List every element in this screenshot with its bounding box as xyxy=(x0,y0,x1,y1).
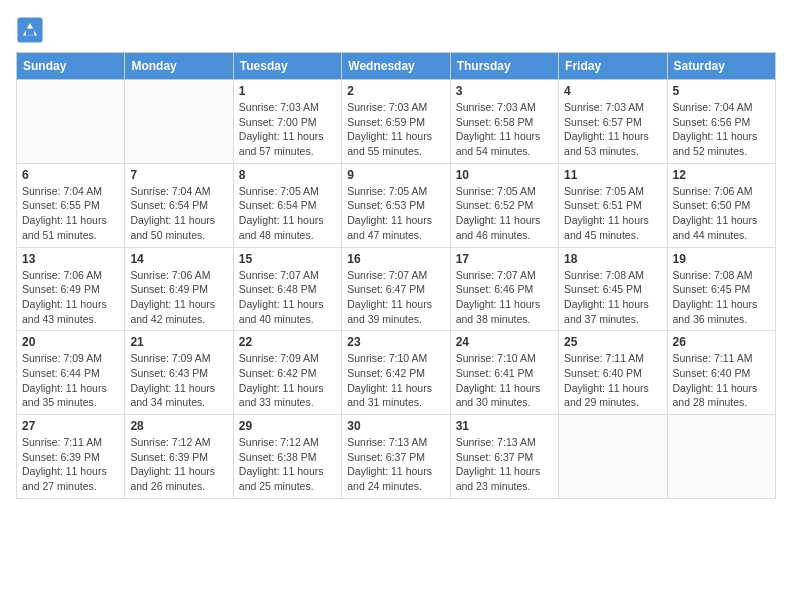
day-number: 9 xyxy=(347,168,444,182)
calendar-header-thursday: Thursday xyxy=(450,53,558,80)
day-number: 26 xyxy=(673,335,770,349)
day-info: Sunrise: 7:03 AMSunset: 6:59 PMDaylight:… xyxy=(347,100,444,159)
day-info: Sunrise: 7:03 AMSunset: 6:58 PMDaylight:… xyxy=(456,100,553,159)
day-info: Sunrise: 7:05 AMSunset: 6:51 PMDaylight:… xyxy=(564,184,661,243)
calendar-cell: 21Sunrise: 7:09 AMSunset: 6:43 PMDayligh… xyxy=(125,331,233,415)
calendar-cell: 3Sunrise: 7:03 AMSunset: 6:58 PMDaylight… xyxy=(450,80,558,164)
day-info: Sunrise: 7:11 AMSunset: 6:39 PMDaylight:… xyxy=(22,435,119,494)
calendar-cell: 2Sunrise: 7:03 AMSunset: 6:59 PMDaylight… xyxy=(342,80,450,164)
calendar-cell: 25Sunrise: 7:11 AMSunset: 6:40 PMDayligh… xyxy=(559,331,667,415)
calendar-cell: 11Sunrise: 7:05 AMSunset: 6:51 PMDayligh… xyxy=(559,163,667,247)
calendar-cell: 1Sunrise: 7:03 AMSunset: 7:00 PMDaylight… xyxy=(233,80,341,164)
day-number: 13 xyxy=(22,252,119,266)
calendar-cell: 28Sunrise: 7:12 AMSunset: 6:39 PMDayligh… xyxy=(125,415,233,499)
calendar-week-5: 27Sunrise: 7:11 AMSunset: 6:39 PMDayligh… xyxy=(17,415,776,499)
day-number: 27 xyxy=(22,419,119,433)
day-info: Sunrise: 7:08 AMSunset: 6:45 PMDaylight:… xyxy=(673,268,770,327)
day-info: Sunrise: 7:06 AMSunset: 6:49 PMDaylight:… xyxy=(22,268,119,327)
day-number: 25 xyxy=(564,335,661,349)
calendar-cell xyxy=(17,80,125,164)
day-info: Sunrise: 7:04 AMSunset: 6:56 PMDaylight:… xyxy=(673,100,770,159)
calendar-cell: 12Sunrise: 7:06 AMSunset: 6:50 PMDayligh… xyxy=(667,163,775,247)
day-number: 12 xyxy=(673,168,770,182)
day-info: Sunrise: 7:11 AMSunset: 6:40 PMDaylight:… xyxy=(673,351,770,410)
day-info: Sunrise: 7:05 AMSunset: 6:52 PMDaylight:… xyxy=(456,184,553,243)
day-number: 11 xyxy=(564,168,661,182)
calendar-cell: 5Sunrise: 7:04 AMSunset: 6:56 PMDaylight… xyxy=(667,80,775,164)
day-number: 1 xyxy=(239,84,336,98)
calendar-cell: 6Sunrise: 7:04 AMSunset: 6:55 PMDaylight… xyxy=(17,163,125,247)
calendar-cell: 10Sunrise: 7:05 AMSunset: 6:52 PMDayligh… xyxy=(450,163,558,247)
day-info: Sunrise: 7:13 AMSunset: 6:37 PMDaylight:… xyxy=(456,435,553,494)
calendar-cell: 22Sunrise: 7:09 AMSunset: 6:42 PMDayligh… xyxy=(233,331,341,415)
day-info: Sunrise: 7:09 AMSunset: 6:42 PMDaylight:… xyxy=(239,351,336,410)
calendar-cell: 24Sunrise: 7:10 AMSunset: 6:41 PMDayligh… xyxy=(450,331,558,415)
calendar-cell: 18Sunrise: 7:08 AMSunset: 6:45 PMDayligh… xyxy=(559,247,667,331)
day-info: Sunrise: 7:05 AMSunset: 6:54 PMDaylight:… xyxy=(239,184,336,243)
calendar-cell: 15Sunrise: 7:07 AMSunset: 6:48 PMDayligh… xyxy=(233,247,341,331)
day-info: Sunrise: 7:12 AMSunset: 6:38 PMDaylight:… xyxy=(239,435,336,494)
calendar-week-4: 20Sunrise: 7:09 AMSunset: 6:44 PMDayligh… xyxy=(17,331,776,415)
logo xyxy=(16,16,48,44)
day-number: 29 xyxy=(239,419,336,433)
calendar-header-sunday: Sunday xyxy=(17,53,125,80)
day-number: 28 xyxy=(130,419,227,433)
calendar-cell: 30Sunrise: 7:13 AMSunset: 6:37 PMDayligh… xyxy=(342,415,450,499)
calendar-cell xyxy=(559,415,667,499)
day-info: Sunrise: 7:07 AMSunset: 6:48 PMDaylight:… xyxy=(239,268,336,327)
day-number: 14 xyxy=(130,252,227,266)
svg-rect-2 xyxy=(26,29,34,36)
calendar-cell: 31Sunrise: 7:13 AMSunset: 6:37 PMDayligh… xyxy=(450,415,558,499)
calendar-cell: 19Sunrise: 7:08 AMSunset: 6:45 PMDayligh… xyxy=(667,247,775,331)
calendar-header-monday: Monday xyxy=(125,53,233,80)
calendar-cell: 7Sunrise: 7:04 AMSunset: 6:54 PMDaylight… xyxy=(125,163,233,247)
day-info: Sunrise: 7:06 AMSunset: 6:50 PMDaylight:… xyxy=(673,184,770,243)
day-number: 23 xyxy=(347,335,444,349)
calendar-cell: 14Sunrise: 7:06 AMSunset: 6:49 PMDayligh… xyxy=(125,247,233,331)
calendar-header-friday: Friday xyxy=(559,53,667,80)
calendar-cell: 29Sunrise: 7:12 AMSunset: 6:38 PMDayligh… xyxy=(233,415,341,499)
day-number: 6 xyxy=(22,168,119,182)
calendar-cell xyxy=(125,80,233,164)
calendar-cell: 17Sunrise: 7:07 AMSunset: 6:46 PMDayligh… xyxy=(450,247,558,331)
day-info: Sunrise: 7:10 AMSunset: 6:42 PMDaylight:… xyxy=(347,351,444,410)
day-number: 2 xyxy=(347,84,444,98)
day-number: 3 xyxy=(456,84,553,98)
day-number: 16 xyxy=(347,252,444,266)
day-number: 22 xyxy=(239,335,336,349)
calendar-cell: 9Sunrise: 7:05 AMSunset: 6:53 PMDaylight… xyxy=(342,163,450,247)
calendar-week-3: 13Sunrise: 7:06 AMSunset: 6:49 PMDayligh… xyxy=(17,247,776,331)
day-info: Sunrise: 7:10 AMSunset: 6:41 PMDaylight:… xyxy=(456,351,553,410)
day-info: Sunrise: 7:13 AMSunset: 6:37 PMDaylight:… xyxy=(347,435,444,494)
day-info: Sunrise: 7:03 AMSunset: 7:00 PMDaylight:… xyxy=(239,100,336,159)
calendar-cell: 4Sunrise: 7:03 AMSunset: 6:57 PMDaylight… xyxy=(559,80,667,164)
day-number: 15 xyxy=(239,252,336,266)
day-info: Sunrise: 7:11 AMSunset: 6:40 PMDaylight:… xyxy=(564,351,661,410)
day-number: 5 xyxy=(673,84,770,98)
page-header xyxy=(16,16,776,44)
day-info: Sunrise: 7:09 AMSunset: 6:44 PMDaylight:… xyxy=(22,351,119,410)
day-info: Sunrise: 7:05 AMSunset: 6:53 PMDaylight:… xyxy=(347,184,444,243)
day-number: 7 xyxy=(130,168,227,182)
day-number: 19 xyxy=(673,252,770,266)
day-number: 8 xyxy=(239,168,336,182)
day-info: Sunrise: 7:04 AMSunset: 6:54 PMDaylight:… xyxy=(130,184,227,243)
calendar-table: SundayMondayTuesdayWednesdayThursdayFrid… xyxy=(16,52,776,499)
calendar-week-1: 1Sunrise: 7:03 AMSunset: 7:00 PMDaylight… xyxy=(17,80,776,164)
calendar-week-2: 6Sunrise: 7:04 AMSunset: 6:55 PMDaylight… xyxy=(17,163,776,247)
day-number: 20 xyxy=(22,335,119,349)
calendar-header-tuesday: Tuesday xyxy=(233,53,341,80)
day-info: Sunrise: 7:04 AMSunset: 6:55 PMDaylight:… xyxy=(22,184,119,243)
day-number: 18 xyxy=(564,252,661,266)
day-number: 24 xyxy=(456,335,553,349)
day-info: Sunrise: 7:07 AMSunset: 6:47 PMDaylight:… xyxy=(347,268,444,327)
calendar-cell: 13Sunrise: 7:06 AMSunset: 6:49 PMDayligh… xyxy=(17,247,125,331)
day-number: 21 xyxy=(130,335,227,349)
calendar-cell xyxy=(667,415,775,499)
day-number: 17 xyxy=(456,252,553,266)
day-info: Sunrise: 7:09 AMSunset: 6:43 PMDaylight:… xyxy=(130,351,227,410)
calendar-header-row: SundayMondayTuesdayWednesdayThursdayFrid… xyxy=(17,53,776,80)
day-number: 31 xyxy=(456,419,553,433)
day-info: Sunrise: 7:07 AMSunset: 6:46 PMDaylight:… xyxy=(456,268,553,327)
day-info: Sunrise: 7:08 AMSunset: 6:45 PMDaylight:… xyxy=(564,268,661,327)
